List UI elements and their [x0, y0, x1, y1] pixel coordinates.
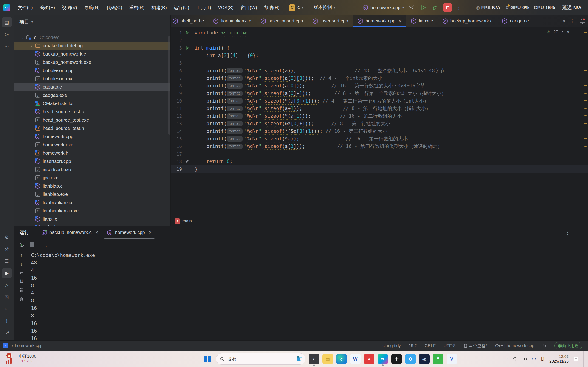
clion-app-icon[interactable]: CL [378, 354, 388, 364]
license-badge[interactable]: 非商业用途 [554, 342, 582, 349]
warning-stripe-mark[interactable] [584, 93, 587, 94]
project-chip-icon[interactable]: c [3, 343, 8, 348]
menu-item-3[interactable]: 导航(N) [81, 3, 103, 12]
tree-item-caogao.exe[interactable]: ? caogao.exe [14, 91, 170, 99]
tree-item-head_source_test.c[interactable]: C head_source_test.c [14, 108, 170, 116]
status-item-2[interactable]: CRLF [425, 343, 436, 348]
tree-item-lianxi.c[interactable]: C lianxi.c [14, 215, 170, 223]
build-icon[interactable]: ⚒ [2, 244, 12, 254]
warning-stripe-mark[interactable] [584, 77, 587, 78]
tray-chevron-up-icon[interactable]: ⌃ [505, 357, 508, 361]
project-icon[interactable]: ▤ [2, 17, 12, 27]
show-desktop-button[interactable] [583, 351, 585, 367]
minimize-icon[interactable]: — [576, 229, 582, 236]
terminal-icon[interactable]: >_ [2, 304, 12, 314]
editor-tab-selectionsort.cpp[interactable]: C++ selectionsort.cpp [256, 15, 308, 27]
tree-item-c[interactable]: ⌄ c C:\code\c [14, 33, 170, 42]
run-more-menu-icon[interactable]: ⋮ [456, 5, 461, 10]
statusbar-breadcrumb[interactable]: homework.cpp [15, 343, 43, 348]
v-app-icon[interactable]: V [447, 354, 457, 364]
tree-item-homework.h[interactable]: H homework.h [14, 149, 170, 157]
expander-icon[interactable]: ⌄ [20, 35, 26, 40]
code-line-3[interactable]: 3 int main() { [171, 44, 588, 52]
editor-tab-shell_sort.c[interactable]: C shell_sort.c [171, 15, 208, 27]
git-icon[interactable]: ⎇ [2, 328, 12, 338]
code-line-5[interactable]: 5 [171, 59, 588, 67]
clear-icon[interactable] [19, 297, 24, 303]
run-gutter-icon[interactable] [185, 31, 189, 35]
warning-stripe-mark[interactable] [584, 131, 587, 131]
code-line-13[interactable]: 13 printf(format:"%d\n",sizeof(&a[0]+1))… [171, 120, 588, 127]
console-tab-backup_homework.c[interactable]: C++ backup_homework.c ✕ [37, 226, 103, 239]
tree-item-lianbiao.c[interactable]: C lianbiao.c [14, 182, 170, 190]
menu-item-8[interactable]: 工具(T) [193, 3, 215, 12]
code-line-17[interactable]: 17 [171, 150, 588, 158]
tree-item-bubblesort.exe[interactable]: ? bubblesort.exe [14, 75, 170, 83]
more-icon[interactable]: ⋯ [2, 41, 12, 51]
editor-tab-lianxi.c[interactable]: C lianxi.c [406, 15, 438, 27]
close-tab-icon[interactable]: ✕ [149, 230, 152, 235]
photos-app-icon[interactable]: ◐ [309, 354, 319, 364]
build-button[interactable] [408, 4, 415, 11]
code-line-2[interactable]: 2 [171, 36, 588, 44]
todo-icon[interactable]: ☰ [2, 256, 12, 266]
close-tab-icon[interactable]: ✕ [95, 230, 98, 235]
code-line-19[interactable]: 19 } [171, 165, 588, 173]
file-explorer-icon[interactable]: ▤ [322, 354, 333, 364]
console-tab-homework.cpp[interactable]: C++ homework.cpp ✕ [103, 226, 156, 239]
code-line-4[interactable]: 4 int a[3][4] = {0}; [171, 52, 588, 59]
search-box[interactable]: 搜索 ❄❄ [216, 353, 305, 365]
tabs-more-menu-icon[interactable]: ⋮ [570, 18, 575, 24]
tree-item-jjcc.exe[interactable]: ? jjcc.exe [14, 174, 170, 182]
console-toolbar-more-icon[interactable]: ⋮ [44, 242, 49, 248]
next-warning-icon[interactable]: ∨ [567, 30, 570, 35]
scroll-to-end-icon[interactable]: ⇊ [19, 279, 23, 284]
project-widget[interactable]: C c ▾ [289, 4, 303, 11]
code-line-1[interactable]: 1 #include <stdio.h> [171, 29, 588, 36]
black-app-icon[interactable]: ✚ [391, 354, 402, 364]
status-item-3[interactable]: UTF-8 [443, 343, 456, 348]
warning-stripe-mark[interactable] [584, 123, 587, 124]
green-app-icon[interactable]: ❝ [433, 354, 443, 364]
problems-icon[interactable]: △ [2, 280, 12, 290]
tree-item-bubblesort.cpp[interactable]: C++ bubblesort.cpp [14, 66, 170, 75]
tree-item-CMakeLists.txt[interactable]: CMakeLists.txt [14, 99, 170, 108]
settings-icon[interactable]: ⚙ [2, 232, 12, 242]
steam-app-icon[interactable]: ◉ [419, 354, 430, 364]
edge-browser-icon[interactable]: e [336, 354, 347, 364]
run-gutter-icon[interactable] [185, 46, 189, 50]
editor-tab-caogao.c[interactable]: C caogao.c [497, 15, 533, 27]
inspections-icon[interactable]: ! [2, 316, 12, 326]
project-panel-title[interactable]: 项目 [19, 19, 29, 25]
commit-icon[interactable]: ◎ [2, 29, 12, 39]
stop-button[interactable] [443, 3, 452, 12]
rerun-icon[interactable] [19, 242, 25, 248]
blue-app-icon[interactable]: Q [405, 354, 416, 364]
tree-item-homework.cpp[interactable]: C++ homework.cpp [14, 132, 170, 141]
tree-item-head_source_test.h[interactable]: H head_source_test.h [14, 124, 170, 132]
code-line-9[interactable]: 9 printf(format:"%d\n",sizeof(a[0]+1)); … [171, 90, 588, 97]
ime-mode-indicator[interactable]: 拼 [541, 356, 545, 362]
notification-center-icon[interactable] [573, 356, 579, 362]
console-output[interactable]: C:\code\c\homework.exe48416848168161616 [31, 252, 588, 340]
run-panel-title[interactable]: 运行 [19, 229, 29, 236]
code-line-14[interactable]: 14 printf(format:"%d\n",sizeof(*(&a[0]+1… [171, 127, 588, 135]
services-icon[interactable]: ◳ [2, 292, 12, 302]
warning-stripe-mark[interactable] [584, 108, 587, 109]
project-scrollbar[interactable] [168, 36, 170, 135]
menu-item-10[interactable]: 窗口(W) [237, 3, 260, 12]
status-item-0[interactable]: .clang-tidy [381, 343, 401, 348]
warning-stripe-mark[interactable] [584, 138, 587, 139]
tree-item-homework.exe[interactable]: ? homework.exe [14, 141, 170, 149]
run-configuration-selector[interactable]: C++ homework.cpp ▾ [363, 5, 404, 10]
run-button[interactable] [420, 4, 427, 11]
notifications-bell-icon[interactable] [579, 18, 586, 24]
code-editor[interactable]: 1 #include <stdio.h> 2 3 int main() { 4 … [171, 27, 588, 216]
status-item-1[interactable]: 19:2 [409, 343, 417, 348]
status-item-4[interactable]: 4 个空格* [464, 343, 487, 349]
menu-item-4[interactable]: 代码(C) [103, 3, 126, 12]
ime-language-indicator[interactable]: 中 [532, 356, 536, 362]
warning-stripe-mark[interactable] [584, 85, 587, 86]
soft-wrap-icon[interactable]: ↩ [19, 270, 23, 275]
menu-item-1[interactable]: 编辑(E) [36, 3, 59, 12]
